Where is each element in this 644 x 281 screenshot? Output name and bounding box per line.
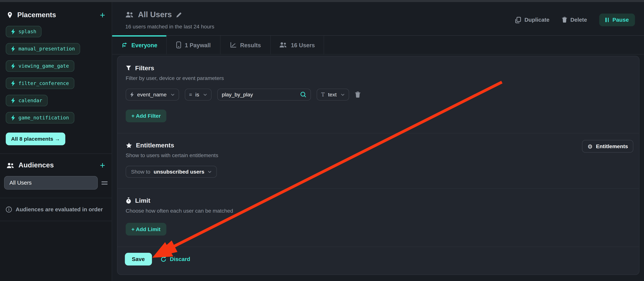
sidebar: Placements + splash manual_presentation … — [0, 2, 112, 281]
app-viewport: Placements + splash manual_presentation … — [0, 0, 644, 281]
trash-icon — [355, 91, 360, 98]
app-frame: Placements + splash manual_presentation … — [0, 2, 644, 281]
stopwatch-icon — [126, 197, 132, 204]
pause-icon — [606, 17, 609, 22]
placement-chip-label: game_notification — [18, 115, 69, 121]
users-icon — [125, 11, 134, 18]
audience-row: All Users — [4, 176, 108, 189]
filter-field-dropdown[interactable]: event_name — [126, 89, 179, 100]
entitlements-subtitle: Show to users with certain entitlements — [126, 152, 631, 158]
tab-label: Everyone — [132, 42, 157, 48]
placement-chip[interactable]: manual_presentation — [6, 43, 80, 54]
show-to-dropdown[interactable]: Show to unsubscribed users — [126, 166, 217, 178]
filters-title: Filters — [135, 64, 154, 72]
show-to-label: Show to — [131, 169, 150, 175]
chevron-down-icon — [341, 93, 344, 96]
pause-label: Pause — [612, 17, 629, 23]
placement-chip-label: splash — [18, 29, 36, 34]
card-footer: Save Discard — [118, 247, 639, 275]
placements-list: splash manual_presentation viewing_game_… — [0, 19, 112, 123]
placement-chip-label: calendar — [18, 98, 42, 103]
bolt-icon — [11, 80, 15, 86]
audiences-note: Audiences are evaluated in order — [0, 198, 112, 221]
audiences-note-text: Audiences are evaluated in order — [16, 207, 103, 213]
filter-operator-dropdown[interactable]: = is — [184, 89, 212, 100]
show-to-value: unsubscribed users — [154, 169, 204, 175]
add-audience-button[interactable]: + — [100, 162, 105, 169]
placement-chip[interactable]: game_notification — [6, 112, 74, 123]
add-placement-button[interactable]: + — [100, 11, 105, 19]
add-limit-button[interactable]: + Add Limit — [126, 223, 166, 236]
placement-chip[interactable]: filter_conference — [6, 77, 74, 89]
audiences-title: Audiences — [18, 161, 96, 169]
chevron-down-icon — [208, 171, 211, 173]
star-icon — [126, 142, 132, 148]
filter-value-inputbox — [217, 89, 311, 100]
refresh-icon — [160, 256, 166, 262]
tab-paywall[interactable]: 1 Paywall — [167, 36, 221, 54]
delete-label: Delete — [570, 17, 587, 23]
delete-button[interactable]: Delete — [562, 17, 587, 23]
tab-bar-spacer — [324, 36, 644, 54]
pin-icon — [6, 11, 13, 19]
phone-icon — [176, 41, 181, 48]
placement-chip[interactable]: viewing_game_gate — [6, 60, 74, 72]
placements-header: Placements + — [0, 2, 112, 19]
filters-section: Filters Filter by user, device or event … — [118, 56, 639, 133]
placement-chip[interactable]: calendar — [6, 95, 48, 106]
main-header: All Users 16 users matched in the last 2… — [112, 2, 644, 29]
info-icon — [6, 207, 12, 213]
remove-filter-button[interactable] — [355, 91, 360, 98]
filters-subtitle: Filter by user, device or event paramete… — [126, 75, 631, 81]
bolt-icon — [11, 63, 15, 69]
gear-icon: ⚙ — [588, 143, 593, 149]
bolt-icon — [130, 92, 134, 97]
bolt-icon — [11, 115, 15, 121]
tab-users[interactable]: 16 Users — [270, 36, 324, 54]
audiences-header: Audiences + — [0, 154, 112, 169]
pause-button[interactable]: Pause — [599, 13, 635, 26]
tab-label: 16 Users — [291, 42, 315, 48]
sidebar-empty-space — [0, 221, 112, 281]
discard-label: Discard — [170, 256, 190, 262]
filter-field-value: event_name — [137, 92, 166, 98]
split-icon — [121, 42, 128, 48]
tab-everyone[interactable]: Everyone — [112, 36, 167, 54]
tab-bar: Everyone 1 Paywall Results 16 Users — [112, 35, 644, 54]
audience-item-all-users[interactable]: All Users — [4, 176, 98, 189]
users-icon — [279, 42, 287, 48]
entitlements-settings-button[interactable]: ⚙ Entitlements — [582, 140, 633, 153]
filter-operator-value: is — [196, 92, 199, 98]
page-title: All Users — [138, 10, 172, 19]
duplicate-button[interactable]: Duplicate — [515, 17, 550, 23]
placements-title: Placements — [17, 11, 96, 19]
entitlements-title: Entitlements — [136, 142, 174, 149]
audience-settings-card: Filters Filter by user, device or event … — [117, 56, 640, 275]
placement-chip-label: viewing_game_gate — [18, 63, 69, 69]
limit-section: Limit Choose how often each user can be … — [118, 189, 639, 246]
users-icon — [6, 162, 14, 169]
audiences-section: Audiences + All Users — [0, 153, 112, 198]
tab-label: Results — [240, 42, 261, 48]
chevron-down-icon — [203, 93, 207, 96]
limit-subtitle: Choose how often each user can be matche… — [126, 208, 631, 214]
entitlements-button-label: Entitlements — [596, 143, 628, 149]
duplicate-icon — [515, 17, 521, 23]
discard-button[interactable]: Discard — [160, 256, 190, 262]
tab-results[interactable]: Results — [220, 36, 270, 54]
filter-value-input[interactable] — [222, 92, 300, 98]
save-button[interactable]: Save — [125, 253, 152, 266]
header-actions: Duplicate Delete Pause — [515, 13, 635, 26]
search-icon[interactable] — [300, 92, 306, 98]
limit-title: Limit — [135, 197, 150, 204]
add-filter-button[interactable]: + Add Filter — [126, 109, 166, 122]
pencil-icon[interactable] — [176, 12, 182, 18]
equals-icon: = — [189, 92, 192, 97]
drag-handle-icon[interactable] — [102, 181, 108, 185]
placement-chip[interactable]: splash — [6, 26, 42, 37]
filter-type-dropdown[interactable]: T text — [316, 89, 349, 100]
placement-chip-label: filter_conference — [18, 80, 69, 86]
main-area: All Users 16 users matched in the last 2… — [112, 2, 644, 281]
duplicate-label: Duplicate — [524, 17, 550, 23]
all-placements-button[interactable]: All 8 placements → — [6, 132, 66, 145]
